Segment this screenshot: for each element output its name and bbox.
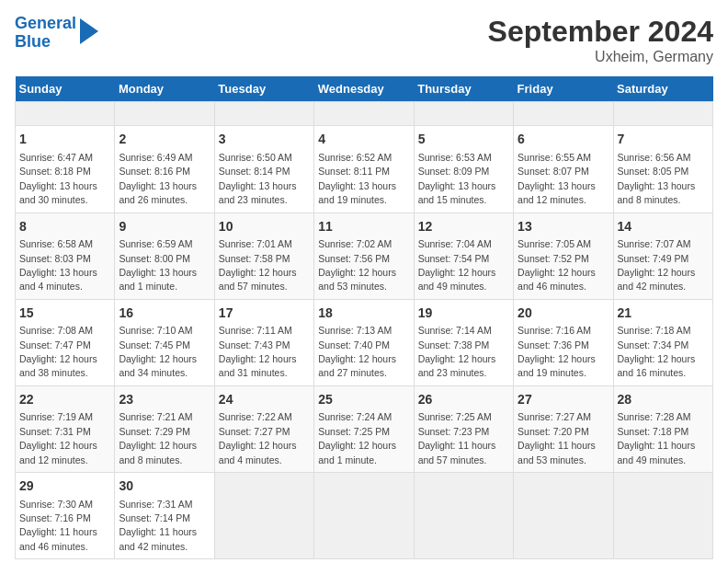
sunset-text: Sunset: 7:25 PM <box>318 426 390 437</box>
calendar-cell <box>214 102 313 126</box>
sunrise-text: Sunrise: 6:49 AM <box>119 152 192 163</box>
calendar-cell: 27Sunrise: 7:27 AMSunset: 7:20 PMDayligh… <box>514 385 613 472</box>
sunrise-text: Sunrise: 7:18 AM <box>618 325 691 336</box>
day-number: 26 <box>418 391 509 409</box>
sunset-text: Sunset: 7:20 PM <box>518 426 589 437</box>
sunset-text: Sunset: 7:47 PM <box>19 339 91 350</box>
logo: General Blue <box>15 15 98 52</box>
col-tuesday: Tuesday <box>214 76 313 102</box>
sunrise-text: Sunrise: 7:25 AM <box>418 411 492 422</box>
sunset-text: Sunset: 7:58 PM <box>219 253 290 264</box>
logo-text: General Blue <box>15 15 76 52</box>
daylight-text: Daylight: 12 hours and 8 minutes. <box>119 440 197 465</box>
sunset-text: Sunset: 7:23 PM <box>418 426 490 437</box>
daylight-text: Daylight: 11 hours and 46 minutes. <box>19 526 97 551</box>
title-block: September 2024 Uxheim, Germany <box>488 15 713 65</box>
page-subtitle: Uxheim, Germany <box>488 49 713 65</box>
daylight-text: Daylight: 12 hours and 12 minutes. <box>19 440 97 465</box>
day-number: 2 <box>119 131 210 149</box>
sunrise-text: Sunrise: 7:08 AM <box>19 325 93 336</box>
calendar-cell <box>414 473 513 559</box>
daylight-text: Daylight: 11 hours and 57 minutes. <box>418 440 496 465</box>
calendar-cell: 7Sunrise: 6:56 AMSunset: 8:05 PMDaylight… <box>613 126 712 213</box>
calendar-cell <box>613 473 712 559</box>
sunset-text: Sunset: 8:18 PM <box>19 166 91 177</box>
day-number: 22 <box>19 391 110 409</box>
calendar-cell: 16Sunrise: 7:10 AMSunset: 7:45 PMDayligh… <box>115 299 214 385</box>
calendar-week-row <box>16 102 713 126</box>
day-number: 28 <box>618 391 709 409</box>
sunrise-text: Sunrise: 7:21 AM <box>119 411 192 422</box>
calendar-cell: 4Sunrise: 6:52 AMSunset: 8:11 PMDaylight… <box>314 126 414 213</box>
calendar-cell <box>214 473 313 559</box>
calendar-cell: 10Sunrise: 7:01 AMSunset: 7:58 PMDayligh… <box>214 213 313 299</box>
sunrise-text: Sunrise: 7:07 AM <box>618 238 691 249</box>
calendar-cell: 20Sunrise: 7:16 AMSunset: 7:36 PMDayligh… <box>514 299 613 385</box>
sunrise-text: Sunrise: 7:10 AM <box>119 325 192 336</box>
calendar-cell <box>16 102 115 126</box>
sunset-text: Sunset: 8:16 PM <box>119 166 190 177</box>
sunset-text: Sunset: 8:05 PM <box>618 166 689 177</box>
sunrise-text: Sunrise: 7:04 AM <box>418 238 492 249</box>
header-row: Sunday Monday Tuesday Wednesday Thursday… <box>16 76 713 102</box>
calendar-cell <box>613 102 712 126</box>
calendar-week-row: 29Sunrise: 7:30 AMSunset: 7:16 PMDayligh… <box>16 473 713 559</box>
calendar-cell: 17Sunrise: 7:11 AMSunset: 7:43 PMDayligh… <box>214 299 313 385</box>
day-number: 17 <box>219 304 310 323</box>
day-number: 10 <box>219 218 310 236</box>
sunset-text: Sunset: 7:36 PM <box>518 339 589 350</box>
sunrise-text: Sunrise: 7:28 AM <box>618 411 691 422</box>
calendar-cell <box>514 102 613 126</box>
calendar-cell: 26Sunrise: 7:25 AMSunset: 7:23 PMDayligh… <box>414 385 513 472</box>
calendar-table: Sunday Monday Tuesday Wednesday Thursday… <box>15 76 713 559</box>
daylight-text: Daylight: 12 hours and 31 minutes. <box>219 353 297 378</box>
col-monday: Monday <box>115 76 214 102</box>
calendar-cell: 1Sunrise: 6:47 AMSunset: 8:18 PMDaylight… <box>16 126 115 213</box>
daylight-text: Daylight: 13 hours and 26 minutes. <box>119 180 197 205</box>
sunset-text: Sunset: 8:11 PM <box>318 166 390 177</box>
day-number: 25 <box>318 391 409 409</box>
calendar-cell <box>414 102 513 126</box>
day-number: 20 <box>518 304 609 323</box>
calendar-cell <box>514 473 613 559</box>
calendar-cell: 9Sunrise: 6:59 AMSunset: 8:00 PMDaylight… <box>115 213 214 299</box>
calendar-cell: 19Sunrise: 7:14 AMSunset: 7:38 PMDayligh… <box>414 299 513 385</box>
day-number: 16 <box>119 304 210 323</box>
day-number: 9 <box>119 218 210 236</box>
logo-line1: General <box>15 14 76 32</box>
daylight-text: Daylight: 12 hours and 4 minutes. <box>219 440 297 465</box>
sunrise-text: Sunrise: 7:19 AM <box>19 411 93 422</box>
sunset-text: Sunset: 7:16 PM <box>19 512 91 523</box>
sunset-text: Sunset: 7:54 PM <box>418 253 490 264</box>
sunset-text: Sunset: 7:38 PM <box>418 339 490 350</box>
sunset-text: Sunset: 7:18 PM <box>618 426 689 437</box>
sunrise-text: Sunrise: 6:59 AM <box>119 238 192 249</box>
day-number: 24 <box>219 391 310 409</box>
sunset-text: Sunset: 8:09 PM <box>418 166 490 177</box>
daylight-text: Daylight: 12 hours and 27 minutes. <box>318 353 396 378</box>
calendar-cell: 11Sunrise: 7:02 AMSunset: 7:56 PMDayligh… <box>314 213 414 299</box>
calendar-cell: 21Sunrise: 7:18 AMSunset: 7:34 PMDayligh… <box>613 299 712 385</box>
sunset-text: Sunset: 8:14 PM <box>219 166 290 177</box>
daylight-text: Daylight: 13 hours and 8 minutes. <box>618 180 696 205</box>
calendar-cell: 15Sunrise: 7:08 AMSunset: 7:47 PMDayligh… <box>16 299 115 385</box>
sunrise-text: Sunrise: 7:30 AM <box>19 499 93 510</box>
sunrise-text: Sunrise: 7:24 AM <box>318 411 392 422</box>
day-number: 18 <box>318 304 409 323</box>
calendar-week-row: 22Sunrise: 7:19 AMSunset: 7:31 PMDayligh… <box>16 385 713 472</box>
daylight-text: Daylight: 13 hours and 1 minute. <box>119 267 197 292</box>
sunset-text: Sunset: 7:29 PM <box>119 426 190 437</box>
sunset-text: Sunset: 7:34 PM <box>618 339 689 350</box>
sunset-text: Sunset: 8:07 PM <box>518 166 589 177</box>
daylight-text: Daylight: 13 hours and 15 minutes. <box>418 180 496 205</box>
daylight-text: Daylight: 12 hours and 49 minutes. <box>418 267 496 292</box>
day-number: 1 <box>19 131 110 149</box>
sunrise-text: Sunrise: 6:52 AM <box>318 152 392 163</box>
daylight-text: Daylight: 12 hours and 42 minutes. <box>618 267 696 292</box>
sunrise-text: Sunrise: 7:31 AM <box>119 499 192 510</box>
daylight-text: Daylight: 13 hours and 30 minutes. <box>19 180 97 205</box>
sunset-text: Sunset: 7:45 PM <box>119 339 190 350</box>
sunrise-text: Sunrise: 7:22 AM <box>219 411 292 422</box>
day-number: 12 <box>418 218 509 236</box>
col-wednesday: Wednesday <box>314 76 414 102</box>
